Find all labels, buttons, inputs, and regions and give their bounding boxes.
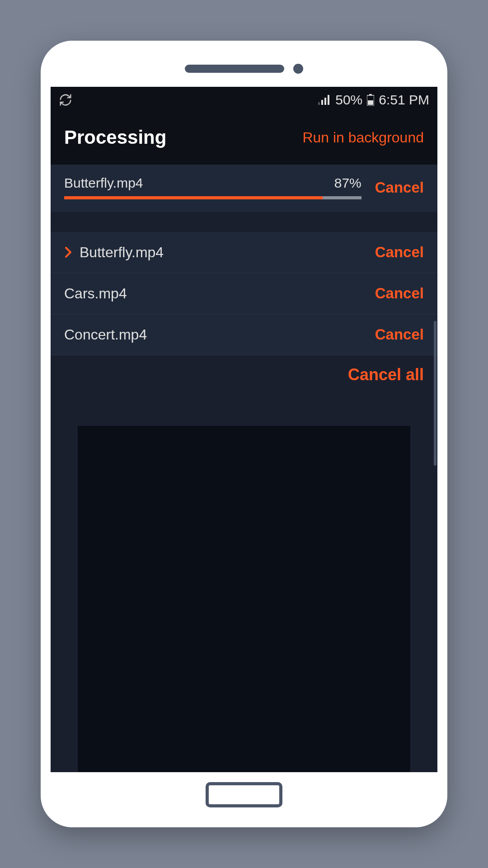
queue-list: Butterfly.mp4 Cancel Cars.mp4 Cancel Con…: [51, 232, 437, 355]
queue-filename: Butterfly.mp4: [80, 244, 164, 261]
queue-item: Cars.mp4 Cancel: [51, 273, 437, 314]
queue-item: Butterfly.mp4 Cancel: [51, 232, 437, 273]
queue-item-left: Cars.mp4: [64, 285, 127, 302]
queue-item: Concert.mp4 Cancel: [51, 314, 437, 355]
cancel-queue-item-button[interactable]: Cancel: [375, 326, 424, 343]
cancel-all-button[interactable]: Cancel all: [348, 365, 424, 384]
cancel-queue-item-button[interactable]: Cancel: [375, 244, 424, 261]
phone-camera: [293, 64, 303, 74]
cancel-current-button[interactable]: Cancel: [375, 179, 424, 196]
status-bar-left: [59, 93, 72, 107]
preview-area: [78, 426, 410, 772]
status-bar: 50% 6:51 PM: [51, 87, 437, 113]
progress-info: Butterfly.mp4 87%: [64, 175, 361, 199]
svg-rect-1: [321, 100, 323, 105]
svg-rect-3: [328, 95, 329, 105]
battery-percent: 50%: [335, 92, 362, 108]
phone-top-bezel: [51, 51, 437, 87]
phone-bottom-bezel: [51, 772, 437, 817]
queue-filename: Concert.mp4: [64, 326, 147, 343]
queue-filename: Cars.mp4: [64, 285, 127, 302]
run-background-button[interactable]: Run in background: [302, 129, 424, 146]
svg-rect-6: [368, 100, 373, 105]
cancel-queue-item-button[interactable]: Cancel: [375, 285, 424, 302]
current-progress-section: Butterfly.mp4 87% Cancel: [51, 165, 437, 212]
progress-bar: [64, 196, 361, 199]
status-time: 6:51 PM: [379, 92, 429, 108]
progress-fill: [64, 196, 323, 199]
sync-icon: [59, 93, 72, 107]
queue-item-left: Butterfly.mp4: [64, 244, 164, 261]
header: Processing Run in background: [51, 113, 437, 165]
progress-row: Butterfly.mp4 87%: [64, 175, 361, 191]
page-title: Processing: [64, 127, 166, 148]
battery-icon: [367, 94, 374, 106]
status-bar-right: 50% 6:51 PM: [318, 92, 429, 108]
current-filename: Butterfly.mp4: [64, 175, 143, 191]
queue-item-left: Concert.mp4: [64, 326, 147, 343]
phone-frame: 50% 6:51 PM Processing Run in background…: [41, 41, 447, 827]
svg-rect-0: [318, 102, 320, 105]
current-percent: 87%: [334, 175, 361, 191]
phone-speaker: [185, 65, 284, 73]
screen: 50% 6:51 PM Processing Run in background…: [51, 87, 437, 772]
chevron-right-icon: [64, 246, 73, 259]
scroll-indicator[interactable]: [434, 321, 436, 466]
cancel-all-row: Cancel all: [51, 355, 437, 394]
svg-rect-2: [324, 98, 326, 105]
signal-icon: [318, 95, 331, 105]
home-button[interactable]: [206, 782, 282, 807]
